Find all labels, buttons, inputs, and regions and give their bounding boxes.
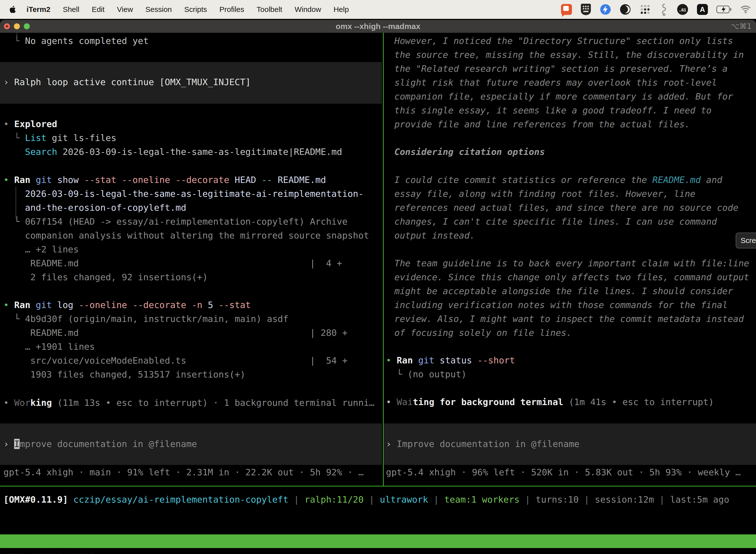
keyboard-icon[interactable] <box>580 3 591 16</box>
screen-overlay-chip[interactable]: Scre <box>736 233 756 248</box>
pane-divider[interactable] <box>383 33 384 486</box>
reasoning-line: the source tree, missing the essay. Stil… <box>394 48 744 62</box>
menu-bar: iTerm2 Shell Edit View Session Scripts P… <box>0 0 756 19</box>
window-title: omx --xhigh --madmax <box>0 20 756 33</box>
terminal-area: └ No agents completed yet › Ralph loop a… <box>0 33 756 554</box>
squiggle-icon[interactable] <box>659 3 668 16</box>
git-log-output-line: └ 4b9d30f (origin/main, instructkr/main,… <box>3 312 289 326</box>
count-badge-icon[interactable]: ..61 <box>677 3 689 15</box>
menu-item-session[interactable]: Session <box>139 5 178 14</box>
inject-banner-line: › Ralph loop active continue [OMX_TMUX_I… <box>3 75 251 89</box>
reasoning-line: references need actual files, and since … <box>394 201 738 215</box>
reasoning-line: of focusing solely on file lines. <box>394 326 572 340</box>
menu-item-scripts[interactable]: Scripts <box>178 5 213 14</box>
git-show-output-line: └ 067f154 (HEAD -> essay/ai-reimplementa… <box>3 215 348 229</box>
reasoning-line: slight risk that future readers may over… <box>394 76 717 90</box>
chat-app-icon[interactable] <box>561 4 572 15</box>
apple-menu-icon[interactable] <box>9 5 17 14</box>
git-status-command: • Ran git status --short <box>386 353 515 367</box>
reasoning-line: including verification notes with those … <box>394 298 728 312</box>
git-show-arg-line: 2026-03-09-is-legal-the-same-as-legitima… <box>3 187 364 201</box>
git-log-command: • Ran git log --oneline --decorate -n 5 … <box>3 298 251 312</box>
prompt-input-right[interactable]: › Improve documentation in @filename <box>384 424 756 465</box>
working-status-line: • Working (11m 13s • esc to interrupt) ·… <box>3 396 375 410</box>
window-shortcut-badge: ⌥⌘1 <box>731 20 752 33</box>
reasoning-line: The team guideline is to back every impo… <box>394 257 749 270</box>
inject-banner[interactable]: › Ralph loop active continue [OMX_TMUX_I… <box>0 62 382 104</box>
menu-item-iterm2[interactable]: iTerm2 <box>20 5 57 14</box>
git-log-stat-line: src/voice/voiceModeEnabled.ts | 54 + <box>3 354 348 368</box>
reasoning-line: might be acceptable alongside the file l… <box>394 284 733 298</box>
pane-bottom-border <box>0 486 756 487</box>
menu-item-edit[interactable]: Edit <box>85 5 111 14</box>
readme-link: README.md <box>652 175 701 185</box>
session-status-left: gpt-5.4 xhigh · main · 91% left · 2.31M … <box>3 465 364 479</box>
bolt-badge-icon[interactable] <box>600 4 611 15</box>
reasoning-line: companion file, especially if more comme… <box>394 90 733 104</box>
title-bar: omx --xhigh --madmax ⌥⌘1 <box>0 20 756 33</box>
wifi-icon[interactable] <box>740 5 751 14</box>
prompt-input-right-line: › Improve documentation in @filename <box>386 437 579 451</box>
screen: iTerm2 Shell Edit View Session Scripts P… <box>0 0 756 554</box>
menu-item-profiles[interactable]: Profiles <box>213 5 250 14</box>
iterm-window: omx --xhigh --madmax ⌥⌘1 └ No agents com… <box>0 20 756 554</box>
tmux-status-bar: [omx-cczip0:bash* "MacBook-Pro-44.local"… <box>0 535 756 548</box>
letter-a-icon[interactable]: A <box>697 4 708 15</box>
reasoning-line: However, I noticed the "Directory Struct… <box>394 34 733 48</box>
reasoning-line: this single essay, it seems like a good … <box>394 104 712 117</box>
reasoning-line: review. Also, I might want to inspect th… <box>394 312 744 326</box>
session-status-right: gpt-5.4 xhigh · 96% left · 520K in · 5.8… <box>386 465 741 479</box>
git-show-arg-line: and-the-erosion-of-copyleft.md <box>3 201 186 215</box>
git-show-output-line: companion analysis without altering the … <box>3 229 369 242</box>
omx-status-line: [OMX#0.11.9] cczip/essay/ai-reimplementa… <box>3 493 729 507</box>
reasoning-line: provide file and line references from th… <box>394 117 690 131</box>
explored-header: • Explored <box>3 117 57 131</box>
moon-circle-icon[interactable] <box>620 4 631 15</box>
git-show-stat-line: 2 files changed, 92 insertions(+) <box>3 270 208 284</box>
explored-list-line: └ List git ls-files <box>3 131 116 145</box>
menu-item-window[interactable]: Window <box>289 5 327 14</box>
reasoning-line: output instead. <box>394 229 475 242</box>
git-log-stat-line: 1903 files changed, 513517 insertions(+) <box>3 368 245 382</box>
svg-text:..61: ..61 <box>679 7 686 12</box>
explored-search-line: Search 2026-03-09-is-legal-the-same-as-l… <box>3 145 342 159</box>
dots-grid-icon[interactable] <box>639 4 651 15</box>
reasoning-heading: Considering citation options <box>394 145 545 159</box>
agents-summary-line: └ No agents completed yet <box>3 34 148 48</box>
tmux-session-label[interactable]: [omx-cczip0:bash* <box>2 548 94 554</box>
prompt-input-left-line: › Improve documentation in @filename <box>3 437 197 451</box>
git-status-output-line: └ (no output) <box>386 367 466 381</box>
prompt-input-left[interactable]: › Improve documentation in @filename <box>0 424 382 465</box>
menu-item-view[interactable]: View <box>111 5 139 14</box>
menu-item-shell[interactable]: Shell <box>57 5 85 14</box>
reasoning-line: the "Related research writing" section i… <box>394 62 728 76</box>
battery-icon[interactable] <box>716 5 732 13</box>
git-log-output-line: … +1901 lines <box>3 340 95 354</box>
reasoning-line: evidence. Since this change only affects… <box>394 270 749 284</box>
git-show-output-line: … +2 lines <box>3 242 79 257</box>
menu-status-icons: ..61 A <box>561 3 751 16</box>
git-show-command: • Ran git show --stat --oneline --decora… <box>3 173 326 187</box>
reasoning-line: essay file, along with finding root file… <box>394 187 695 201</box>
git-show-stat-line: README.md | 4 + <box>3 257 342 270</box>
menu-item-toolbelt[interactable]: Toolbelt <box>251 5 289 14</box>
waiting-status-line: • Waiting for background terminal (1m 41… <box>386 395 714 409</box>
menu-item-help[interactable]: Help <box>327 5 355 14</box>
git-log-stat-line: README.md | 280 + <box>3 326 348 340</box>
right-pane: However, I noticed the "Directory Struct… <box>386 33 756 486</box>
text-cursor: I <box>14 439 19 449</box>
reasoning-line: changes, I can't cite specific file line… <box>394 215 717 229</box>
reasoning-line: I could cite commit statistics or refere… <box>394 173 722 187</box>
